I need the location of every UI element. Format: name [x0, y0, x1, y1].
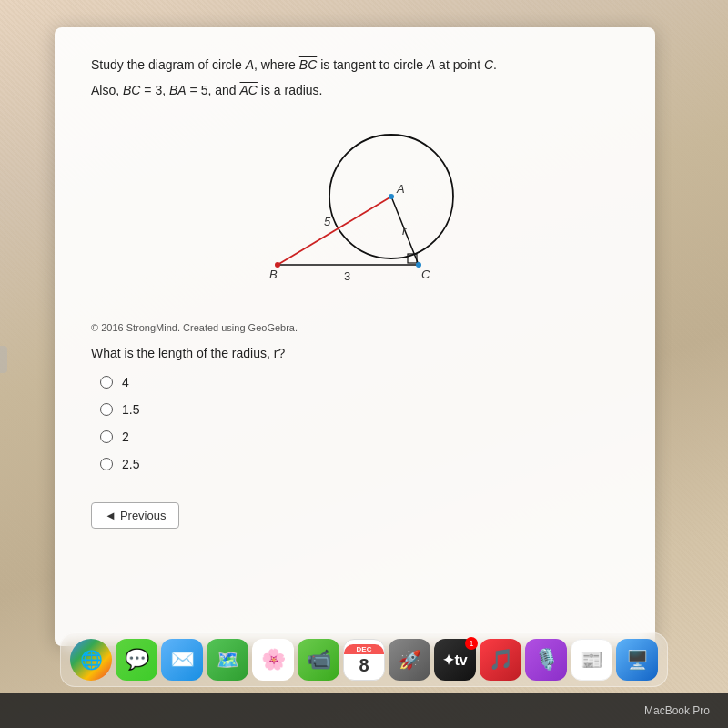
radio-2[interactable]: [100, 430, 113, 443]
svg-text:A: A: [396, 182, 405, 196]
option-2.5-label: 2.5: [122, 457, 139, 471]
option-2[interactable]: 2: [100, 430, 619, 444]
svg-text:5: 5: [324, 215, 331, 228]
dock-messages[interactable]: 💬: [116, 639, 157, 681]
option-2.5[interactable]: 2.5: [100, 457, 619, 471]
copyright-text: © 2016 StrongMind. Created using GeoGebr…: [91, 322, 619, 333]
svg-line-1: [278, 197, 391, 265]
svg-text:3: 3: [344, 269, 350, 283]
radius-question-text: What is the length of the radius, r?: [91, 346, 619, 360]
radio-2.5[interactable]: [100, 458, 113, 470]
radio-1.5[interactable]: [100, 403, 113, 416]
radio-4[interactable]: [100, 376, 113, 389]
dock-chrome[interactable]: 🌐: [70, 639, 112, 681]
dock-music[interactable]: 🎵: [480, 639, 521, 681]
dock-news[interactable]: 📰: [571, 639, 612, 681]
left-edge-indicator: [0, 346, 7, 373]
previous-button[interactable]: ◄ Previous: [91, 502, 179, 529]
question-card: Study the diagram of circle A, where BC …: [55, 27, 655, 646]
svg-text:C: C: [421, 268, 430, 281]
option-4[interactable]: 4: [100, 375, 619, 389]
previous-label: Previous: [120, 509, 167, 522]
dock-podcasts[interactable]: 🎙️: [525, 639, 567, 681]
option-1.5-label: 1.5: [122, 402, 139, 417]
dock-mail[interactable]: ✉️: [161, 639, 203, 681]
previous-arrow-icon: ◄: [105, 509, 116, 522]
macos-bottom-bar: MacBook Pro: [0, 693, 728, 728]
question-line1: Study the diagram of circle A, where BC …: [91, 55, 619, 75]
dock-launchpad[interactable]: 🚀: [389, 639, 430, 681]
svg-text:B: B: [269, 268, 278, 281]
dock-facetime[interactable]: 📹: [298, 639, 339, 681]
answer-options: 4 1.5 2 2.5: [100, 375, 619, 471]
svg-text:r: r: [402, 224, 407, 238]
svg-point-5: [389, 194, 394, 199]
diagram-area: A B C 5 r 3: [91, 115, 619, 315]
option-4-label: 4: [122, 375, 129, 389]
tv-badge: 1: [465, 637, 478, 650]
mac-model-label: MacBook Pro: [644, 704, 710, 717]
option-2-label: 2: [122, 430, 129, 444]
option-1.5[interactable]: 1.5: [100, 402, 619, 417]
dock-maps[interactable]: 🗺️: [207, 639, 248, 681]
dock-photos[interactable]: 🌸: [252, 639, 294, 681]
geometry-diagram: A B C 5 r 3: [237, 115, 473, 315]
macos-dock: 🌐 💬 ✉️ 🗺️ 🌸 📹 DEC 8 🚀 ✦tv 1 🎵 🎙️ 📰 🖥️: [60, 632, 668, 687]
question-line2: Also, BC = 3, BA = 5, and AC is a radius…: [91, 80, 619, 100]
dock-finder[interactable]: 🖥️: [616, 639, 658, 681]
dock-calendar[interactable]: DEC 8: [343, 639, 385, 681]
dock-tv[interactable]: ✦tv 1: [434, 639, 476, 681]
